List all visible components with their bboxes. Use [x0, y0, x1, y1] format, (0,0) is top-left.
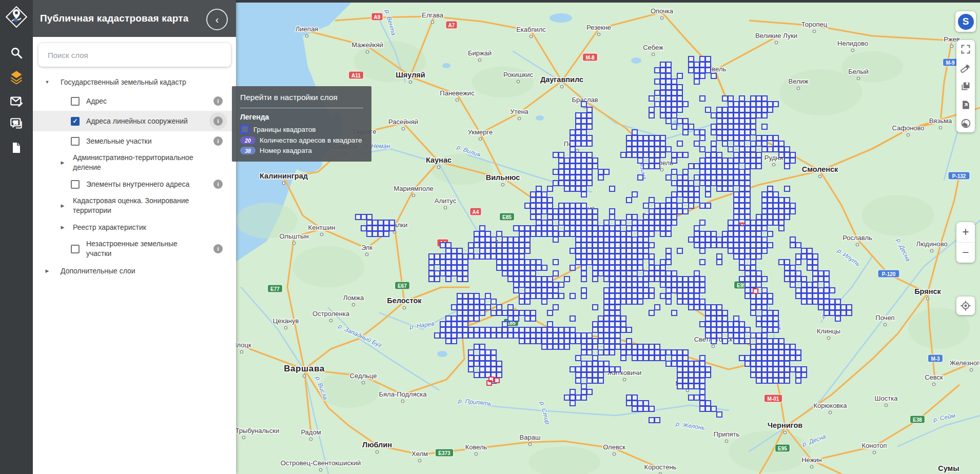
svg-text:А9: А9 [374, 14, 381, 20]
chevron-left-icon: ‹ [215, 14, 219, 25]
basemap-provider-button[interactable]: S [955, 11, 976, 32]
legend-title: Легенда [240, 113, 363, 121]
svg-text:Ломжа: Ломжа [343, 294, 364, 302]
measure-icon[interactable] [956, 58, 975, 77]
layers-icon[interactable] [0, 67, 33, 87]
svg-text:Вараш: Вараш [520, 433, 541, 441]
layer-checkbox[interactable] [71, 245, 80, 253]
layer-checkbox-row[interactable]: Незастроенные земельные участкиi [33, 237, 236, 261]
zoom-in-button[interactable]: + [956, 222, 975, 243]
svg-text:Варшава: Варшава [284, 364, 325, 373]
layer-tooltip: Перейти в настройки слоя Легенда Границы… [232, 86, 371, 162]
legend-items: Границы квадратов20Количество адресов в … [240, 125, 363, 154]
layer-label: Реестр характеристик [73, 223, 146, 232]
svg-text:Даугавпилс: Даугавпилс [540, 75, 583, 84]
svg-text:М-3: М-3 [931, 356, 940, 362]
legend-item: 20Количество адресов в квадрате [240, 136, 363, 144]
legend-item-label: Номер квадрата [260, 147, 312, 154]
layer-search-input[interactable] [47, 50, 218, 60]
globe-icon[interactable] [956, 114, 975, 132]
sputnik-logo-icon: S [958, 14, 974, 30]
svg-text:Чернигов: Чернигов [768, 421, 802, 429]
svg-text:Себеж: Себеж [643, 44, 663, 51]
svg-text:Екабпилс: Екабпилс [516, 26, 546, 33]
search-icon[interactable] [0, 43, 33, 63]
svg-text:Е67: Е67 [398, 283, 407, 289]
info-icon[interactable]: i [213, 180, 223, 189]
svg-text:Торопец: Торопец [801, 21, 828, 28]
legend-item: Границы квадратов [240, 125, 363, 134]
layer-checkbox-row[interactable]: ✓Адреса линейных сооруженийi [33, 111, 236, 131]
svg-text:Резекне: Резекне [586, 24, 611, 31]
chat-question-icon[interactable]: ?! [0, 114, 33, 134]
layer-checkbox-row[interactable]: Адресi [33, 91, 236, 111]
svg-text:М-9: М-9 [946, 60, 955, 66]
info-icon[interactable]: i [213, 116, 223, 126]
svg-text:Кентшин: Кентшин [308, 224, 336, 231]
layer-settings-link[interactable]: Перейти в настройки слоя [240, 93, 363, 102]
svg-text:Элк: Элк [361, 244, 373, 251]
saved-maps-icon[interactable] [956, 77, 975, 95]
layers-panel: Публичная кадастровая карта ‹ ▼Государст… [33, 0, 236, 474]
svg-text:Е38: Е38 [913, 417, 922, 423]
layer-checkbox-row[interactable]: Земельные участкиi [33, 131, 236, 151]
svg-text:Седльце: Седльце [350, 372, 377, 380]
svg-text:Коростень: Коростень [644, 463, 677, 471]
layer-checkbox[interactable] [71, 137, 80, 146]
svg-text:Нежин: Нежин [801, 456, 822, 464]
panel-header: Публичная кадастровая карта ‹ [33, 0, 236, 37]
layer-group-row[interactable]: ▼Государственный земельный кадастр [33, 73, 236, 91]
svg-text:Людиново: Людиново [916, 240, 947, 248]
chevron-right-icon[interactable]: ▶ [44, 268, 50, 273]
svg-text:Олевск: Олевск [603, 443, 625, 451]
export-file-icon[interactable] [956, 95, 975, 114]
zoom-out-button[interactable]: − [956, 243, 975, 263]
locate-me-button[interactable] [956, 297, 975, 315]
layer-checkbox-row[interactable]: Элементы внутреннего адресаi [33, 174, 236, 194]
info-icon[interactable]: i [213, 96, 223, 106]
fullscreen-button[interactable] [956, 40, 975, 58]
svg-text:Радом: Радом [301, 428, 321, 436]
svg-text:Е85: Е85 [502, 214, 512, 220]
chevron-down-icon[interactable]: ▼ [44, 80, 50, 85]
svg-text:М-01: М-01 [768, 396, 779, 402]
layer-group-row[interactable]: ▶Дополнительные слои [33, 261, 236, 281]
svg-text:Железногорск: Железногорск [950, 359, 980, 367]
svg-text:Е373: Е373 [438, 450, 450, 456]
svg-text:Елгава: Елгава [422, 11, 444, 19]
layer-checkbox[interactable] [71, 180, 80, 189]
svg-text:Шяуляй: Шяуляй [396, 71, 425, 79]
collapse-panel-button[interactable]: ‹ [206, 9, 228, 30]
svg-text:Р-132: Р-132 [952, 173, 966, 179]
svg-text:Плоцк: Плоцк [236, 341, 251, 349]
info-icon[interactable]: i [213, 244, 223, 253]
chevron-right-icon[interactable]: ▶ [60, 160, 66, 165]
map-toolbar [956, 40, 975, 132]
svg-text:А4: А4 [473, 209, 479, 215]
app-logo-icon[interactable] [0, 0, 33, 34]
svg-text:Ковель: Ковель [465, 443, 487, 451]
chevron-right-icon[interactable]: ▶ [60, 203, 66, 208]
svg-text:Расейняй: Расейняй [388, 118, 418, 126]
document-icon[interactable] [0, 137, 33, 158]
svg-text:Мариямполе: Мариямполе [394, 185, 433, 192]
svg-text:Люблин: Люблин [362, 441, 392, 449]
mail-edit-icon[interactable] [0, 91, 33, 111]
layer-checkbox[interactable]: ✓ [71, 117, 80, 126]
svg-text:Велиж: Велиж [788, 77, 808, 85]
map-canvas[interactable]: А9А7А11А4А4М-8М-1М-01Е77Е67Е85Е85Е373Е38… [236, 0, 980, 474]
app-window: А9А7А11А4А4М-8М-1М-01Е77Е67Е85Е85Е373Е38… [0, 0, 980, 474]
layer-group-row[interactable]: ▶Административно-территориальное деление [33, 151, 236, 174]
svg-text:Великие Луки: Великие Луки [755, 32, 797, 40]
svg-text:Шостка: Шостка [875, 394, 898, 402]
layer-label: Государственный земельный кадастр [61, 78, 186, 86]
layer-group-row[interactable]: ▶Кадастровая оценка. Зонирование террито… [33, 194, 236, 218]
chevron-right-icon[interactable]: ▶ [60, 225, 66, 230]
svg-text:Рокишкис: Рокишкис [503, 71, 534, 78]
svg-text:Корюковка: Корюковка [814, 402, 848, 409]
layer-group-row[interactable]: ▶Реестр характеристик [33, 218, 236, 237]
info-icon[interactable]: i [213, 136, 223, 146]
layer-checkbox[interactable] [71, 97, 80, 106]
svg-text:Бяла-Подляска: Бяла-Подляска [379, 390, 427, 398]
svg-text:Опочка: Опочка [651, 7, 674, 15]
